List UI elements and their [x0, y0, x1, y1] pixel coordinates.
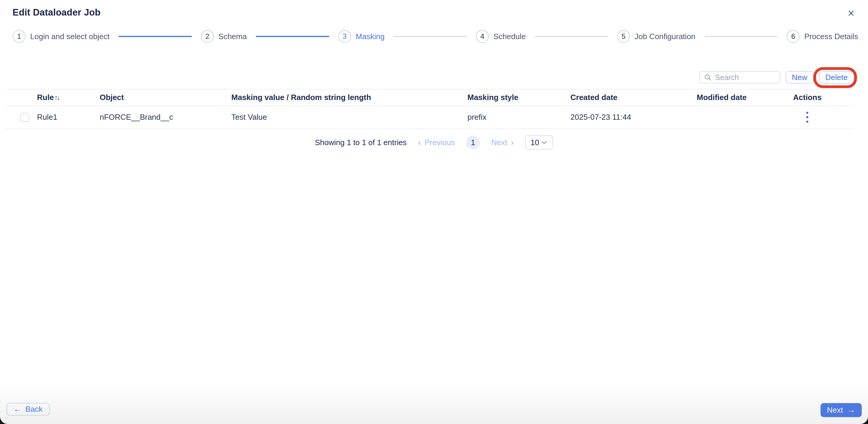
table-header-row: Rule ↑↓ Object Masking value / Random st… — [5, 89, 855, 106]
dialog-header: Edit Dataloader Job ✕ — [12, 7, 857, 20]
step-process-details[interactable]: 6 Process Details — [786, 30, 858, 43]
step-masking[interactable]: 3 Masking — [338, 30, 385, 43]
arrow-right-icon: → — [847, 406, 855, 414]
back-button[interactable]: ← Back — [6, 403, 50, 416]
step-label: Process Details — [804, 32, 858, 41]
sort-icon[interactable]: ↑↓ — [54, 94, 59, 101]
column-header-created-date: Created date — [570, 93, 697, 102]
step-connector — [119, 36, 192, 37]
pagination: Showing 1 to 1 of 1 entries ‹ Previous 1… — [0, 135, 868, 150]
step-connector — [394, 36, 467, 37]
step-number: 6 — [786, 30, 800, 43]
arrow-left-icon: ← — [13, 405, 22, 413]
cell-created-date: 2025-07-23 11:44 — [570, 113, 697, 122]
chevron-left-icon: ‹ — [418, 138, 421, 147]
step-connector — [705, 36, 778, 37]
next-label: Next — [827, 405, 843, 415]
step-schedule[interactable]: 4 Schedule — [476, 30, 526, 43]
row-checkbox[interactable] — [20, 113, 29, 122]
step-number: 1 — [12, 30, 26, 43]
column-header-rule[interactable]: Rule ↑↓ — [37, 93, 100, 102]
row-actions-kebab-icon[interactable] — [806, 112, 809, 123]
step-number: 3 — [338, 30, 351, 43]
new-button[interactable]: New — [786, 71, 814, 84]
column-header-label: Rule — [37, 93, 54, 102]
masking-rules-table: Rule ↑↓ Object Masking value / Random st… — [5, 89, 855, 129]
page-size-select[interactable]: 10 — [525, 135, 553, 150]
page-title: Edit Dataloader Job — [12, 7, 101, 18]
chevron-right-icon: › — [511, 138, 514, 147]
step-schema[interactable]: 2 Schema — [201, 30, 247, 43]
column-header-masking-value: Masking value / Random string length — [231, 93, 467, 102]
step-number: 5 — [617, 30, 630, 43]
delete-button[interactable]: Delete — [819, 71, 854, 84]
page-size-value: 10 — [530, 138, 539, 147]
next-label: Next — [491, 138, 507, 147]
cell-object: nFORCE__Brand__c — [100, 113, 231, 122]
table-toolbar: New Delete — [699, 71, 854, 84]
search-icon — [704, 73, 712, 81]
search-input[interactable] — [715, 73, 775, 82]
page-number-button[interactable]: 1 — [466, 135, 480, 149]
wizard-stepper: 1 Login and select object 2 Schema 3 Mas… — [12, 30, 858, 43]
step-login-and-select-object[interactable]: 1 Login and select object — [12, 30, 110, 43]
previous-page-button[interactable]: ‹ Previous — [418, 138, 455, 147]
previous-label: Previous — [425, 138, 455, 147]
cell-masking-style: prefix — [467, 113, 570, 122]
step-number: 4 — [476, 30, 489, 43]
column-header-actions: Actions — [793, 93, 855, 102]
edit-dataloader-job-dialog: Edit Dataloader Job ✕ 1 Login and select… — [0, 0, 868, 424]
step-label: Job Configuration — [634, 32, 695, 41]
cell-masking-value: Test Value — [231, 113, 467, 122]
table-row: Rule1 nFORCE__Brand__c Test Value prefix… — [5, 106, 855, 129]
back-label: Back — [25, 404, 43, 414]
column-header-masking-style: Masking style — [467, 93, 570, 102]
step-job-configuration[interactable]: 5 Job Configuration — [617, 30, 695, 43]
search-box — [699, 71, 780, 84]
delete-button-wrap: Delete — [819, 71, 854, 84]
column-header-object: Object — [100, 93, 231, 102]
next-page-button[interactable]: Next › — [491, 138, 514, 147]
entries-summary: Showing 1 to 1 of 1 entries — [315, 138, 407, 147]
step-connector — [256, 36, 329, 37]
next-button[interactable]: Next → — [820, 403, 862, 417]
step-label: Login and select object — [30, 32, 110, 41]
step-connector — [535, 36, 608, 37]
close-icon[interactable]: ✕ — [846, 7, 857, 20]
cell-rule: Rule1 — [37, 113, 100, 122]
step-label: Schema — [218, 32, 247, 41]
step-label: Masking — [356, 32, 385, 41]
column-header-modified-date: Modified date — [697, 93, 793, 102]
chevron-down-icon — [540, 139, 548, 146]
step-number: 2 — [201, 30, 214, 43]
step-label: Schedule — [493, 32, 526, 41]
